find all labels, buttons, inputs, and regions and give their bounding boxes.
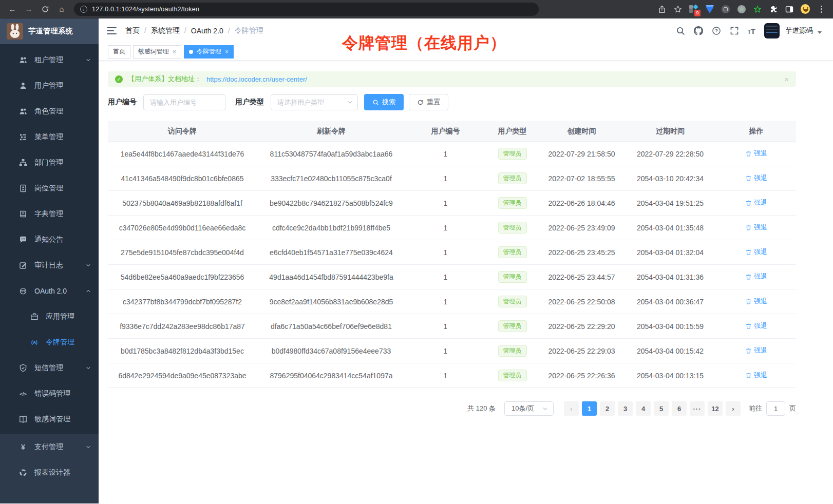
user-menu-caret-icon[interactable]: [818, 31, 822, 34]
gem-extension-icon[interactable]: [705, 5, 714, 14]
force-logout-button[interactable]: 强退: [745, 223, 767, 232]
created-at-cell: 2022-06-25 22:29:03: [539, 347, 624, 355]
pager-page-12[interactable]: 12: [708, 401, 723, 416]
site-info-icon[interactable]: i: [80, 6, 87, 13]
search-icon[interactable]: [676, 26, 685, 35]
pager-page-1[interactable]: 1: [582, 401, 597, 416]
browser-home-button[interactable]: ⌂: [54, 2, 69, 16]
sidebar-item-menu-management[interactable]: 菜单管理: [0, 124, 99, 150]
sidebar-item-error-code[interactable]: 错误码管理: [0, 381, 99, 406]
sidebar-item-dept-management[interactable]: 部门管理: [0, 150, 99, 176]
force-logout-button[interactable]: 强退: [745, 247, 767, 257]
browser-reload-button[interactable]: [38, 2, 52, 16]
close-icon[interactable]: ×: [225, 49, 229, 55]
sidebar-item-oauth2-application[interactable]: 应用管理: [0, 304, 99, 329]
bookmark-star-icon[interactable]: [673, 5, 683, 14]
column-header-expires-at: 过期时间: [624, 127, 716, 136]
sidebar-item-report-designer[interactable]: 报表设计器: [0, 460, 99, 486]
close-icon[interactable]: ×: [173, 49, 176, 55]
sidebar-item-dict-management[interactable]: 字典管理: [0, 201, 99, 227]
force-logout-button[interactable]: 强退: [745, 272, 767, 281]
url-text[interactable]: 127.0.0.1:1024/system/oauth2/token: [92, 6, 199, 13]
fullscreen-icon[interactable]: [730, 26, 739, 35]
sidebar-item-oauth2-token[interactable]: 令牌管理: [0, 329, 99, 355]
tab-token-management[interactable]: 令牌管理 ×: [184, 45, 234, 59]
pager-page-4[interactable]: 4: [636, 401, 651, 416]
refresh-token-cell: 9ce8ef2aa9f14056b831ae9b608e28d5: [257, 298, 406, 306]
sidebar-collapse-icon[interactable]: [107, 27, 117, 34]
browser-forward-button[interactable]: →: [22, 2, 36, 16]
page-size-select[interactable]: 10条/页: [504, 401, 554, 416]
pager-prev-button[interactable]: ‹: [564, 401, 579, 416]
user-type-select[interactable]: [271, 94, 358, 110]
tab-home[interactable]: 首页: [108, 45, 130, 59]
alert-close-icon[interactable]: ×: [784, 75, 789, 83]
breadcrumb-home[interactable]: 首页: [125, 26, 146, 35]
github-icon[interactable]: [694, 26, 703, 35]
force-logout-button[interactable]: 强退: [745, 321, 767, 331]
doc-link[interactable]: https://doc.iocoder.cn/user-center/: [206, 75, 307, 83]
share-icon[interactable]: [657, 5, 667, 14]
user-avatar[interactable]: [764, 23, 780, 38]
browser-menu-kebab-icon[interactable]: [817, 5, 826, 14]
force-logout-button[interactable]: 强退: [745, 371, 767, 380]
access-token-cell: c342377bf8b344799dcbf7bf095287f2: [108, 298, 257, 306]
pager-page-3[interactable]: 3: [618, 401, 633, 416]
help-icon[interactable]: [712, 26, 721, 35]
pager-next-button[interactable]: ›: [726, 401, 741, 416]
sidebar-item-notice[interactable]: 通知公告: [0, 227, 99, 253]
force-logout-button[interactable]: 强退: [745, 149, 767, 158]
pager-ellipsis[interactable]: ···: [690, 401, 705, 416]
action-cell: 强退: [716, 321, 796, 331]
sidebar-item-tenant-management[interactable]: 租户管理: [0, 47, 99, 73]
force-logout-button[interactable]: 强退: [745, 346, 767, 355]
topbar-actions: TT 芋道源码: [676, 23, 822, 38]
created-at-cell: 2022-06-25 23:49:09: [539, 224, 624, 232]
sidebar: 芋道管理系统 租户管理 用户管理 角色管理 菜单管理 部门管理: [0, 18, 99, 503]
sidebar-item-role-management[interactable]: 角色管理: [0, 99, 99, 124]
user-id-cell: 1: [406, 347, 485, 355]
breadcrumb-system[interactable]: 系统管理: [151, 26, 186, 35]
sidebar-item-sensitive-words[interactable]: 敏感词管理: [0, 406, 99, 432]
user-id-input[interactable]: [143, 94, 225, 110]
reset-button[interactable]: 重置: [409, 94, 448, 110]
sidebar-item-sms-management[interactable]: 短信管理: [0, 355, 99, 381]
sidebar-item-post-management[interactable]: 岗位管理: [0, 176, 99, 201]
pager-page-6[interactable]: 6: [672, 401, 687, 416]
extensions-puzzle-icon[interactable]: [769, 5, 778, 14]
browser-back-button[interactable]: ←: [5, 2, 20, 16]
force-logout-button[interactable]: 强退: [745, 198, 767, 207]
recorder-extension-icon[interactable]: [737, 5, 746, 14]
token-table-body: 1ea5e44f8bc1467aaede43144f31de76 811c530…: [108, 142, 796, 388]
side-panel-icon[interactable]: [785, 5, 794, 14]
green-star-extension-icon[interactable]: [753, 5, 762, 14]
user-name[interactable]: 芋道源码: [785, 26, 813, 35]
expires-at-cell: 2054-03-04 00:36:47: [624, 298, 716, 306]
sidebar-item-oauth2[interactable]: OAuth 2.0: [0, 278, 99, 304]
user-type-badge: 管理员: [498, 172, 527, 185]
browser-profile-avatar[interactable]: [801, 5, 810, 14]
pager-page-5[interactable]: 5: [654, 401, 669, 416]
force-logout-button[interactable]: 强退: [745, 173, 767, 183]
user-type-select-input[interactable]: [271, 94, 358, 110]
sidebar-item-audit-log[interactable]: 审计日志: [0, 253, 99, 278]
font-size-icon[interactable]: TT: [748, 27, 755, 35]
command-extension-icon[interactable]: [721, 5, 730, 14]
token-table: 访问令牌 刷新令牌 用户编号 用户类型 创建时间 过期时间 操作 1ea5e44…: [108, 121, 796, 388]
goto-page-input[interactable]: [766, 401, 785, 416]
tab-sensitive-words[interactable]: 敏感词管理 ×: [133, 45, 181, 59]
sidebar-item-payment-management[interactable]: 支付管理: [0, 434, 99, 460]
user-type-badge: 管理员: [498, 246, 527, 259]
sidebar-item-user-management[interactable]: 用户管理: [0, 73, 99, 99]
user-id-cell: 1: [406, 224, 485, 232]
force-logout-button[interactable]: 强退: [745, 297, 767, 306]
address-bar[interactable]: i 127.0.0.1:1024/system/oauth2/token: [74, 3, 539, 16]
pager-page-2[interactable]: 2: [600, 401, 615, 416]
app-logo[interactable]: 芋道管理系统: [0, 18, 99, 44]
devtools-extension-icon[interactable]: 9: [689, 5, 698, 14]
force-logout-label: 强退: [754, 173, 767, 183]
refresh-icon: [417, 99, 424, 106]
breadcrumb-oauth2[interactable]: OAuth 2.0: [191, 27, 230, 35]
refresh-token-cell: cdfc4ce9c2da4bb1bdf21b9918ff4be5: [257, 224, 406, 232]
search-button[interactable]: 搜索: [364, 94, 404, 110]
